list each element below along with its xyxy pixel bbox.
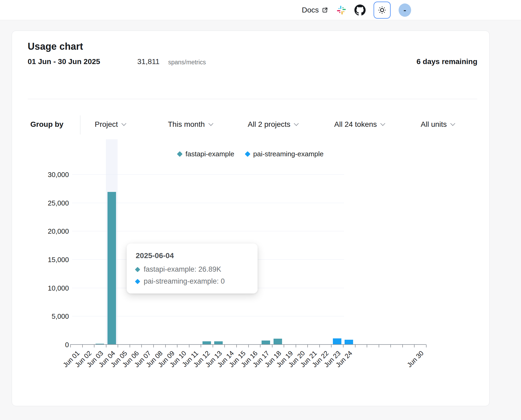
filter-dropdown-label: Project — [95, 120, 118, 129]
page: Docs — [0, 0, 521, 420]
y-axis-tick-label: 10,000 — [12, 284, 69, 292]
filter-divider — [80, 115, 80, 135]
x-axis-tick-label: Jun 18 — [263, 349, 283, 369]
y-axis-tick-label: 0 — [12, 341, 69, 349]
legend-label: fastapi-example — [185, 150, 234, 158]
filter-dropdown-project[interactable]: Project — [95, 120, 126, 129]
tooltip-diamond-icon — [135, 279, 140, 284]
x-axis-tick-label: Jun 10 — [168, 349, 188, 369]
filter-dropdown-this-month[interactable]: This month — [168, 120, 213, 129]
summary-row: 01 Jun - 30 Jun 2025 31,811 spans/metric… — [28, 57, 477, 69]
x-axis-tick — [402, 345, 403, 347]
x-axis-tick-label: Jun 11 — [180, 349, 200, 368]
bar-fastapi-example-jun-13[interactable] — [214, 341, 223, 345]
x-axis-tick — [82, 345, 83, 347]
x-axis-tick — [236, 345, 237, 347]
x-axis-tick-label: Jun 21 — [299, 349, 319, 369]
bar-fastapi-example-jun-03[interactable] — [96, 344, 104, 345]
x-axis-tick-label: Jun 02 — [73, 349, 93, 369]
slack-icon[interactable] — [336, 5, 346, 15]
chart-legend: fastapi-examplepai-streaming-example — [12, 150, 489, 158]
filter-dropdown-all-24-tokens[interactable]: All 24 tokens — [334, 120, 384, 129]
x-axis-tick — [307, 345, 308, 347]
x-axis-tick — [367, 345, 367, 347]
tooltip-series-value: pai-streaming-example: 0 — [144, 277, 225, 285]
topbar-items: Docs — [302, 0, 411, 20]
filter-bar: Group by ProjectThis monthAll 2 projects… — [12, 115, 489, 135]
x-axis-tick — [153, 345, 154, 347]
bar-fastapi-example-jun-17[interactable] — [262, 341, 270, 345]
x-axis-tick — [272, 345, 272, 347]
x-axis-tick — [141, 345, 142, 347]
x-axis-tick — [177, 345, 177, 347]
chart-tooltip: 2025-06-04 fastapi-example: 26.89Kpai-st… — [127, 243, 258, 293]
x-axis-tick — [70, 345, 71, 347]
x-axis-tick — [106, 345, 106, 347]
x-axis-tick — [224, 345, 225, 347]
chevron-down-icon — [121, 121, 126, 126]
y-axis-tick-label: 25,000 — [12, 199, 69, 207]
github-icon[interactable] — [354, 5, 366, 16]
x-axis-tick-label: Jun 06 — [121, 349, 140, 369]
usage-count: 31,811 — [137, 57, 160, 66]
filter-dropdown-label: All units — [421, 120, 447, 129]
x-axis-tick-label: Jun 14 — [216, 349, 235, 369]
filter-dropdown-label: All 2 projects — [248, 120, 290, 129]
x-axis-tick-label: Jun 04 — [97, 349, 117, 369]
usage-unit: spans/metrics — [168, 59, 206, 66]
y-axis-tick-label: 20,000 — [12, 227, 69, 236]
x-axis-tick-label: Jun 01 — [61, 349, 81, 369]
tooltip-diamond-icon — [135, 267, 140, 272]
x-axis-tick — [379, 345, 379, 347]
docs-label: Docs — [302, 6, 319, 14]
filter-dropdown-all-2-projects[interactable]: All 2 projects — [248, 120, 298, 129]
x-axis-tick — [248, 345, 249, 347]
legend-item-pai-streaming-example[interactable]: pai-streaming-example — [246, 150, 324, 158]
x-axis-tick-label: Jun 15 — [228, 349, 247, 369]
x-axis-tick-label: Jun 20 — [287, 349, 307, 369]
sun-icon — [378, 6, 387, 15]
x-axis-tick — [414, 345, 415, 347]
x-axis-tick-label: Jun 19 — [275, 349, 295, 369]
chevron-down-icon — [294, 121, 299, 126]
y-axis-tick-label: 5,000 — [12, 312, 69, 321]
bar-fastapi-example-jun-12[interactable] — [202, 341, 211, 345]
tooltip-date: 2025-06-04 — [136, 251, 249, 260]
x-axis-tick-label: Jun 13 — [204, 349, 224, 369]
avatar[interactable]: - — [399, 3, 411, 17]
legend-item-fastapi-example[interactable]: fastapi-example — [178, 150, 234, 158]
x-axis-tick — [260, 345, 260, 347]
x-axis-tick-label: Jun 17 — [251, 349, 271, 369]
theme-toggle-button[interactable] — [374, 2, 391, 19]
x-axis-tick — [343, 345, 344, 347]
bar-fastapi-example-jun-04[interactable] — [107, 192, 116, 345]
bar-fastapi-example-jun-18[interactable] — [274, 339, 282, 345]
days-remaining: 6 days remaining — [416, 57, 477, 66]
bar-pai-streaming-example-jun-24[interactable] — [345, 340, 353, 345]
usage-card: Usage chart 01 Jun - 30 Jun 2025 31,811 … — [12, 31, 490, 406]
tooltip-series-value: fastapi-example: 26.89K — [144, 265, 221, 274]
x-axis-tick-label: Jun 03 — [85, 349, 105, 369]
chevron-down-icon — [381, 121, 385, 126]
x-axis-tick-label: Jun 05 — [109, 349, 129, 369]
x-axis-tick — [331, 345, 332, 347]
x-axis-tick-label: Jun 23 — [322, 349, 342, 369]
gridline — [72, 174, 344, 175]
legend-label: pai-streaming-example — [253, 150, 324, 158]
legend-diamond-icon — [245, 151, 250, 157]
docs-link[interactable]: Docs — [302, 6, 328, 14]
x-axis-line — [70, 344, 426, 345]
x-axis-tick — [118, 345, 118, 347]
bar-pai-streaming-example-jun-23[interactable] — [333, 338, 341, 345]
x-axis-tick — [201, 345, 201, 347]
filter-dropdown-all-units[interactable]: All units — [421, 120, 454, 129]
x-axis-tick — [94, 345, 94, 347]
filter-dropdown-label: All 24 tokens — [334, 120, 377, 129]
page-title: Usage chart — [28, 41, 83, 52]
x-axis-tick-label: Jun 12 — [192, 349, 212, 369]
chevron-down-icon — [208, 121, 213, 126]
x-axis-tick — [390, 345, 391, 347]
x-axis-tick-label: Jun 08 — [144, 349, 164, 369]
x-axis-tick-label: Jun 16 — [239, 349, 259, 369]
x-axis-tick — [284, 345, 284, 347]
